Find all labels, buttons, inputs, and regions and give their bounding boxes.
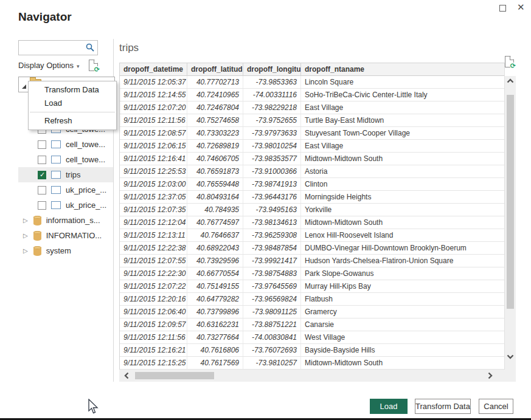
table-cell: 40.76591873 (187, 165, 243, 177)
table-row: 9/11/2015 12:07:35 AM40.784935-73.949516… (120, 204, 504, 216)
table-cell: 9/11/2015 12:25:53 AM (120, 165, 187, 177)
tree-collapsed-icon[interactable]: ▷ (23, 247, 28, 254)
scroll-left-icon[interactable] (124, 372, 129, 379)
transform-data-button[interactable]: Transform Data (415, 399, 471, 414)
column-header-dropoff-latitude[interactable]: dropoff_latitude (187, 63, 243, 75)
tree-item-label: uk_price_... (66, 201, 106, 210)
table-cell: Flatbush (301, 293, 505, 305)
display-options-dropdown[interactable]: Display Options▾ (18, 61, 80, 70)
table-row: 9/11/2015 12:11:56 AM40.75274658-73.9752… (120, 114, 504, 127)
table-cell: -73.91000366 (243, 165, 301, 177)
table-cell: Midtown-Midtown South (301, 153, 505, 165)
search-box[interactable] (18, 40, 98, 55)
table-cell: -73.98134613 (243, 216, 301, 229)
database-icon (33, 231, 41, 241)
table-cell: 9/11/2015 12:20:16 AM (120, 293, 187, 305)
close-button[interactable]: ✕ (517, 2, 525, 13)
table-cell: 40.75149155 (187, 280, 243, 292)
checkbox-unchecked[interactable] (38, 186, 46, 195)
table-cell: 40.76774597 (187, 216, 243, 229)
table-cell: SoHo-TriBeCa-Civic Center-Little Italy (301, 89, 505, 101)
table-cell: 9/11/2015 12:07:22 AM (120, 280, 187, 292)
refresh-arrows-icon: ⟳ (510, 63, 516, 69)
refresh-source-icon[interactable]: ⟳ (89, 60, 98, 71)
table-icon (51, 201, 61, 209)
table-cell: 9/11/2015 12:07:35 AM (120, 204, 187, 216)
tree-expanded-icon[interactable] (22, 84, 26, 89)
refresh-preview-icon[interactable]: ⟳ (505, 56, 514, 67)
tree-item-informatio[interactable]: ▷INFORMATIO... (18, 228, 113, 243)
table-cell: 40.77702713 (187, 76, 243, 88)
vertical-scroll-thumb[interactable] (507, 95, 514, 309)
table-cell: -73.9495163 (243, 204, 301, 216)
tree-collapsed-icon[interactable]: ▷ (23, 217, 28, 224)
table-cell: Gramercy (301, 306, 505, 318)
table-cell: Midtown-Midtown South (301, 357, 505, 369)
table-cell: 9/11/2015 12:12:04 AM (120, 216, 187, 229)
load-button[interactable]: Load (370, 399, 408, 414)
table-cell: 40.7617569 (187, 357, 243, 369)
table-row: 9/11/2015 12:07:55 AM40.73929596-73.9992… (120, 255, 504, 267)
table-row: 9/11/2015 12:15:25 AM40.7617569-73.98102… (120, 357, 504, 370)
table-cell: 40.73303223 (187, 127, 243, 139)
tree-item-uk-price[interactable]: uk_price_... (18, 182, 113, 198)
table-row: 9/11/2015 12:08:57 AM40.73303223-73.9797… (120, 127, 504, 140)
table-cell: West Village (301, 331, 505, 343)
table-row: 9/11/2015 12:09:57 AM40.63162231-73.8875… (120, 318, 504, 331)
table-cell: 9/11/2015 12:14:55 AM (120, 89, 187, 101)
table-cell: 9/11/2015 12:37:05 AM (120, 191, 187, 203)
column-header-dropoff-datetime[interactable]: dropoff_datetime (120, 63, 187, 75)
table-row: 9/11/2015 12:22:38 AM40.68922043-73.9848… (120, 242, 504, 255)
table-cell: Stuyvesant Town-Cooper Village (301, 127, 505, 139)
vertical-scrollbar[interactable] (505, 76, 516, 382)
table-row: 9/11/2015 12:06:40 AM40.73799896-73.9809… (120, 306, 504, 318)
tree-item-cell-towe[interactable]: cell_towe... (18, 152, 113, 167)
menu-item-load[interactable]: Load (29, 97, 116, 110)
menu-item-transform-data[interactable]: Transform Data (29, 83, 116, 97)
table-cell: 40.7646637 (187, 229, 243, 241)
table-cell: -73.96569824 (243, 293, 301, 305)
tree-item-information-s[interactable]: ▷information_s... (18, 213, 113, 228)
table-row: 9/11/2015 12:12:04 AM40.76774597-73.9813… (120, 216, 504, 229)
table-row: 9/11/2015 12:16:21 AM40.7616806-73.76072… (120, 344, 504, 357)
table-row: 9/11/2015 12:16:41 AM40.74606705-73.9835… (120, 153, 504, 165)
checkbox-checked[interactable] (38, 171, 46, 179)
table-cell: -73.96259308 (243, 229, 301, 241)
maximize-button[interactable] (498, 4, 507, 13)
column-header-dropoff-longitude[interactable]: dropoff_longitude (243, 63, 301, 75)
menu-item-refresh[interactable]: Refresh (29, 114, 116, 128)
cancel-button[interactable]: Cancel (479, 399, 513, 414)
checkbox-unchecked[interactable] (38, 140, 46, 149)
preview-table-title: trips (119, 42, 139, 54)
table-cell: 40.68922043 (187, 242, 243, 254)
tree-item-trips[interactable]: trips (18, 167, 113, 182)
table-cell: Bayside-Bayside Hills (301, 344, 505, 356)
checkbox-unchecked[interactable] (38, 201, 46, 210)
horizontal-scrollbar[interactable] (119, 370, 505, 382)
tree-collapsed-icon[interactable]: ▷ (23, 232, 28, 239)
table-cell: Lenox Hill-Roosevelt Island (301, 229, 505, 241)
navigator-tree: cell_towe...cell_towe...cell_towe...trip… (18, 122, 113, 258)
column-header-dropoff-ntaname[interactable]: dropoff_ntaname (301, 63, 505, 75)
table-cell: 40.73799896 (187, 306, 243, 318)
horizontal-scroll-thumb[interactable] (135, 372, 214, 379)
table-row: 9/11/2015 12:37:05 AM40.80493164-73.9644… (120, 191, 504, 204)
tree-item-uk-price[interactable]: uk_price_... (18, 198, 113, 213)
table-row: 9/11/2015 12:20:16 AM40.64779282-73.9656… (120, 293, 504, 306)
table-cell: -74.00830841 (243, 331, 301, 343)
table-cell: 40.73929596 (187, 255, 243, 267)
search-icon[interactable] (86, 43, 94, 54)
tree-item-cell-towe[interactable]: cell_towe... (18, 137, 113, 152)
scroll-up-icon[interactable] (507, 78, 514, 83)
tree-item-system[interactable]: ▷system (18, 243, 113, 258)
scroll-down-icon[interactable] (507, 354, 514, 359)
table-cell: 40.75274658 (187, 114, 243, 126)
table-cell: 40.784935 (187, 204, 243, 216)
search-input[interactable] (19, 41, 82, 55)
table-cell: Astoria (301, 165, 505, 177)
table-cell: Clinton (301, 178, 505, 190)
table-row: 9/11/2015 12:22:30 AM40.66770554-73.9875… (120, 267, 504, 280)
checkbox-unchecked[interactable] (38, 156, 46, 164)
table-cell: Morningside Heights (301, 191, 505, 203)
scroll-right-icon[interactable] (488, 372, 493, 379)
